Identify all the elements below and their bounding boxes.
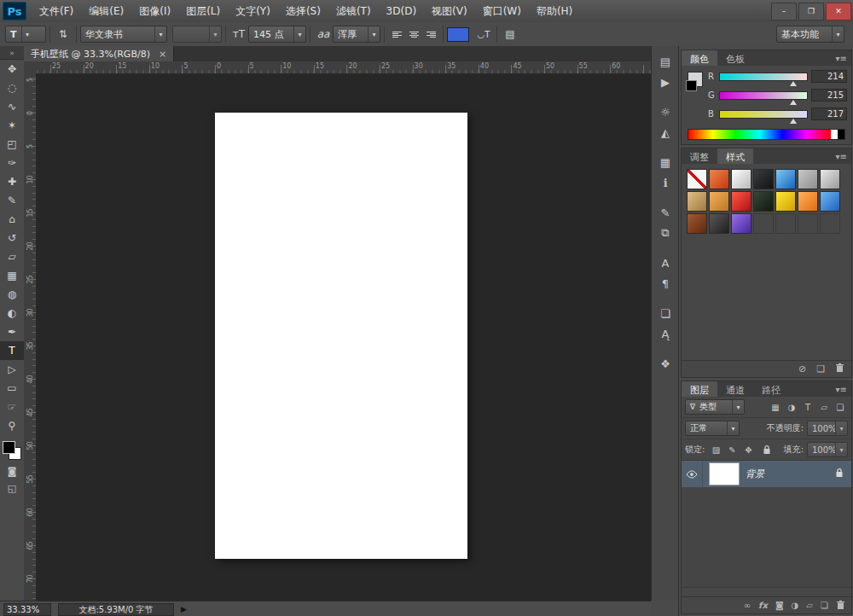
tool-eyedropper[interactable]: ✑	[0, 154, 24, 172]
style-swatch-13[interactable]	[820, 191, 840, 212]
style-swatch-7[interactable]	[687, 191, 707, 212]
style-swatch-15[interactable]	[709, 213, 729, 234]
style-swatch-8[interactable]	[709, 191, 729, 212]
close-button[interactable]: ✕	[826, 3, 851, 20]
channel-slider-r[interactable]	[719, 73, 808, 81]
tool-crop[interactable]: ◰	[0, 135, 24, 154]
layers-tab-2[interactable]: 路径	[753, 381, 789, 397]
text-orientation-icon[interactable]: ⇅	[54, 26, 73, 43]
toolbar-collapse-icon[interactable]: »	[0, 46, 24, 60]
layers-tab-1[interactable]: 通道	[717, 381, 753, 397]
color-tab-1[interactable]: 色板	[717, 50, 753, 66]
style-swatch-11[interactable]	[775, 191, 796, 212]
channel-value-g[interactable]: 215	[811, 89, 847, 102]
foreground-color-swatch[interactable]	[3, 441, 15, 454]
menu-item-0[interactable]: 文件(F)	[32, 1, 81, 22]
layers-tab-0[interactable]: 图层	[682, 381, 717, 397]
style-swatch-6[interactable]	[820, 169, 840, 189]
menu-item-4[interactable]: 文字(Y)	[228, 1, 278, 22]
toggle-panels-icon[interactable]: ▤	[501, 26, 519, 43]
new-layer-icon[interactable]: ❏	[821, 601, 828, 610]
layer-style-icon[interactable]: fx	[758, 601, 768, 610]
opacity-select[interactable]: 100% ▾	[807, 421, 848, 436]
lock-pixels-icon[interactable]: ✎	[724, 442, 740, 457]
style-swatch-14[interactable]	[687, 213, 707, 234]
tool-clone-stamp[interactable]: ⌂	[0, 210, 24, 229]
tool-blur[interactable]: ◍	[0, 285, 24, 304]
layer-visibility-toggle[interactable]	[682, 461, 703, 487]
lock-transparency-icon[interactable]: ▨	[708, 442, 723, 457]
link-layers-icon[interactable]: ∞	[744, 601, 751, 610]
close-tab-icon[interactable]: ×	[159, 49, 166, 60]
tool-brush[interactable]: ✎	[0, 191, 24, 210]
slider-thumb-icon[interactable]	[790, 119, 797, 124]
tool-pen[interactable]: ✒	[0, 323, 24, 341]
new-adjustment-icon[interactable]: ◑	[792, 601, 799, 610]
style-swatch-12[interactable]	[798, 191, 818, 212]
slider-thumb-icon[interactable]	[790, 81, 797, 86]
color-spectrum-bar[interactable]	[688, 129, 845, 140]
spectrum-black[interactable]	[838, 130, 844, 139]
slider-thumb-icon[interactable]	[790, 100, 797, 105]
dock-layer-comps-icon[interactable]: ❏	[652, 303, 679, 323]
style-swatch-18[interactable]	[775, 213, 796, 234]
spectrum-white[interactable]	[831, 130, 838, 139]
text-color-swatch[interactable]	[447, 27, 469, 42]
tool-preset-picker[interactable]: T ▾	[5, 26, 46, 43]
tool-dodge[interactable]: ◐	[0, 304, 24, 323]
tool-type[interactable]: T	[0, 341, 24, 360]
align-center-button[interactable]	[405, 26, 422, 43]
filter-smart-icon[interactable]: ❏	[833, 399, 848, 415]
tool-history-brush[interactable]: ↺	[0, 229, 24, 247]
channel-slider-b[interactable]	[719, 110, 808, 119]
panel-background-swatch[interactable]	[686, 80, 697, 91]
menu-item-3[interactable]: 图层(L)	[178, 1, 228, 22]
document-tab[interactable]: 手机壁纸 @ 33.3%(RGB/8) ×	[24, 46, 174, 61]
tool-path-select[interactable]: ▷	[0, 360, 24, 379]
fill-select[interactable]: 100% ▾	[807, 442, 848, 457]
style-swatch-9[interactable]	[731, 191, 751, 212]
dock-adjustments-icon[interactable]: ☼	[652, 102, 679, 122]
delete-style-icon[interactable]	[835, 363, 844, 375]
new-style-icon[interactable]: ❏	[816, 363, 825, 375]
menu-item-6[interactable]: 滤镜(T)	[328, 1, 379, 22]
style-swatch-10[interactable]	[753, 191, 774, 212]
tool-zoom[interactable]: ⚲	[0, 416, 24, 435]
style-swatch-1[interactable]	[709, 169, 729, 189]
zoom-level-field[interactable]: 33.33%	[3, 603, 51, 616]
tool-magic-wand[interactable]: ✶	[0, 116, 24, 135]
font-style-select[interactable]: ▾	[172, 26, 222, 43]
dock-brush-settings-icon[interactable]: ✎	[652, 202, 679, 223]
tool-move[interactable]: ✥	[0, 60, 24, 78]
menu-item-9[interactable]: 窗口(W)	[475, 1, 529, 22]
dock-paragraph-icon[interactable]: ¶	[652, 273, 679, 293]
menu-item-10[interactable]: 帮助(H)	[529, 1, 580, 22]
menu-item-5[interactable]: 选择(S)	[278, 1, 328, 22]
layer-row-background[interactable]: 背景	[682, 461, 851, 487]
layers-panel-menu-icon[interactable]: ▾≡	[832, 381, 851, 397]
filter-pixel-icon[interactable]: ▦	[768, 399, 783, 415]
dock-swatches-icon[interactable]: ▦	[652, 152, 679, 172]
restore-button[interactable]: ❐	[798, 3, 824, 20]
dock-glyphs-icon[interactable]: Ą	[652, 323, 679, 344]
style-swatch-19[interactable]	[798, 213, 818, 234]
lock-position-icon[interactable]: ✥	[740, 442, 756, 457]
color-panel-menu-icon[interactable]: ▾≡	[832, 50, 851, 66]
tool-hand[interactable]: ☞	[0, 398, 24, 416]
minimize-button[interactable]: –	[771, 3, 797, 20]
filter-type-icon[interactable]: T	[800, 399, 815, 415]
anti-alias-select[interactable]: 浑厚 ▾	[333, 26, 380, 43]
styles-tab-0[interactable]: 调整	[682, 148, 717, 164]
status-expand-icon[interactable]: ▶	[181, 605, 187, 613]
style-swatch-5[interactable]	[798, 169, 818, 189]
filter-shape-icon[interactable]: ▱	[816, 399, 832, 415]
style-swatch-16[interactable]	[731, 213, 751, 234]
tool-lasso[interactable]: ∿	[0, 97, 24, 116]
delete-layer-icon[interactable]	[836, 600, 845, 612]
tool-gradient[interactable]: ▦	[0, 266, 24, 285]
add-mask-icon[interactable]: ◙	[775, 601, 784, 610]
dock-info-icon[interactable]: ℹ	[652, 172, 679, 193]
clear-style-icon[interactable]: ⊘	[798, 363, 806, 375]
menu-item-7[interactable]: 3D(D)	[379, 1, 424, 22]
new-group-icon[interactable]: ▱	[806, 601, 813, 610]
